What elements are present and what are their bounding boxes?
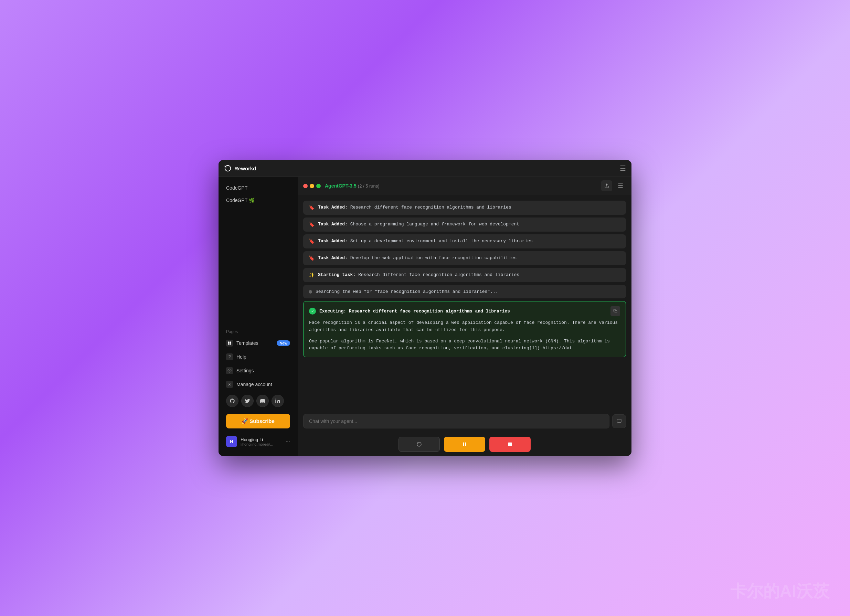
agent-name: AgentGPT-3.5 bbox=[325, 183, 356, 188]
share-button[interactable] bbox=[601, 180, 612, 191]
sidebar: CodeGPT CodeGPT 🌿 Pages Templates bbox=[218, 177, 298, 456]
title-menu-icon[interactable]: ☰ bbox=[620, 164, 626, 172]
settings-label: Settings bbox=[236, 368, 254, 374]
executing-para-2: One popular algorithm is FaceNet, which … bbox=[309, 338, 620, 352]
sidebar-item-settings[interactable]: Settings bbox=[223, 365, 293, 377]
templates-icon bbox=[226, 339, 233, 347]
twitter-icon[interactable] bbox=[241, 395, 254, 407]
sidebar-section-pages: Pages bbox=[223, 327, 293, 335]
svg-point-4 bbox=[229, 370, 230, 371]
copy-button[interactable] bbox=[611, 306, 620, 316]
task-text-3: Task Added: Develop the web application … bbox=[318, 255, 516, 260]
starting-icon: ✨ bbox=[309, 272, 314, 278]
executing-item: ✓ Executing: Research different face rec… bbox=[303, 301, 626, 357]
sidebar-item-help[interactable]: ? Help bbox=[223, 351, 293, 363]
help-label: Help bbox=[236, 354, 246, 360]
user-row[interactable]: H Hongjing Li lihongjing.more@... ··· bbox=[223, 432, 293, 450]
searching-text: Searching the web for "face recognition … bbox=[316, 289, 498, 294]
main-layout: CodeGPT CodeGPT 🌿 Pages Templates bbox=[218, 177, 632, 456]
social-icons-row bbox=[223, 392, 293, 410]
sidebar-item-codegpt1[interactable]: CodeGPT bbox=[223, 182, 293, 193]
tl-red bbox=[303, 184, 308, 188]
action-bar bbox=[298, 432, 632, 456]
header-menu-icon[interactable]: ☰ bbox=[615, 180, 626, 191]
svg-rect-8 bbox=[463, 443, 464, 446]
svg-rect-1 bbox=[230, 342, 231, 343]
manage-account-label: Manage account bbox=[236, 382, 272, 387]
watermark: 卡尔的AI沃茨 bbox=[730, 580, 829, 602]
sidebar-item-codegpt2[interactable]: CodeGPT 🌿 bbox=[223, 195, 293, 206]
search-dot bbox=[309, 290, 312, 293]
traffic-lights bbox=[303, 184, 321, 188]
manage-account-icon bbox=[226, 381, 233, 388]
task-icon-0: 🔖 bbox=[309, 205, 314, 211]
retry-button[interactable] bbox=[398, 437, 440, 452]
templates-label: Templates bbox=[236, 340, 259, 346]
task-text-0: Task Added: Research different face reco… bbox=[318, 205, 511, 210]
linkedin-icon[interactable] bbox=[271, 395, 284, 407]
starting-text: Starting task: Research different face r… bbox=[318, 272, 519, 277]
task-icon-1: 🔖 bbox=[309, 221, 314, 227]
task-icon-2: 🔖 bbox=[309, 238, 314, 244]
sidebar-spacer bbox=[223, 207, 293, 325]
tl-yellow bbox=[310, 184, 314, 188]
main-content: AgentGPT-3.5 (2 / 5 runs) ☰ 🔖 bbox=[298, 177, 632, 456]
settings-icon bbox=[226, 367, 233, 374]
executing-check-icon: ✓ bbox=[309, 308, 316, 314]
task-item-0: 🔖 Task Added: Research different face re… bbox=[303, 200, 626, 215]
user-menu-button[interactable]: ··· bbox=[286, 438, 290, 445]
task-item-2: 🔖 Task Added: Set up a development envir… bbox=[303, 234, 626, 248]
task-text-2: Task Added: Set up a development environ… bbox=[318, 238, 533, 244]
task-icon-3: 🔖 bbox=[309, 255, 314, 261]
executing-body: Face recognition is a crucial aspect of … bbox=[309, 319, 620, 352]
svg-rect-2 bbox=[228, 344, 229, 345]
svg-rect-7 bbox=[615, 311, 617, 313]
agent-header: AgentGPT-3.5 (2 / 5 runs) ☰ bbox=[298, 177, 632, 195]
title-bar: Reworkd ☰ bbox=[218, 160, 632, 177]
agent-runs: (2 / 5 runs) bbox=[358, 184, 380, 188]
svg-point-5 bbox=[229, 383, 230, 384]
task-item-starting: ✨ Starting task: Research different face… bbox=[303, 268, 626, 282]
task-text-1: Task Added: Choose a programming languag… bbox=[318, 221, 519, 227]
svg-rect-3 bbox=[230, 344, 231, 345]
chat-area[interactable]: 🔖 Task Added: Research different face re… bbox=[298, 195, 632, 410]
app-logo: Reworkd bbox=[224, 164, 256, 172]
user-info: Hongjing Li lihongjing.more@... bbox=[241, 437, 282, 446]
chat-input[interactable] bbox=[303, 414, 609, 428]
tl-green bbox=[316, 184, 321, 188]
svg-point-6 bbox=[275, 399, 276, 399]
svg-rect-0 bbox=[228, 342, 229, 343]
executing-para-1: Face recognition is a crucial aspect of … bbox=[309, 319, 620, 334]
sidebar-item-manage-account[interactable]: Manage account bbox=[223, 378, 293, 390]
user-name: Hongjing Li bbox=[241, 437, 282, 442]
avatar: H bbox=[226, 436, 237, 447]
task-item-1: 🔖 Task Added: Choose a programming langu… bbox=[303, 217, 626, 232]
searching-item: Searching the web for "face recognition … bbox=[303, 285, 626, 298]
help-icon: ? bbox=[226, 353, 233, 360]
app-title: Reworkd bbox=[234, 166, 256, 171]
chat-send-button[interactable] bbox=[612, 414, 626, 428]
github-icon[interactable] bbox=[226, 395, 238, 407]
svg-rect-10 bbox=[508, 443, 512, 446]
app-window: Reworkd ☰ CodeGPT CodeGPT 🌿 Pages bbox=[218, 160, 632, 456]
discord-icon[interactable] bbox=[256, 395, 269, 407]
executing-header: ✓ Executing: Research different face rec… bbox=[309, 306, 620, 316]
templates-new-badge: New bbox=[277, 340, 290, 346]
user-email: lihongjing.more@... bbox=[241, 442, 282, 446]
sidebar-item-templates[interactable]: Templates New bbox=[223, 337, 293, 349]
executing-title: Executing: Research different face recog… bbox=[319, 309, 510, 314]
stop-button[interactable] bbox=[489, 437, 531, 452]
task-item-3: 🔖 Task Added: Develop the web applicatio… bbox=[303, 251, 626, 265]
subscribe-button[interactable]: 🚀 Subscribe bbox=[226, 414, 290, 428]
pause-button[interactable] bbox=[444, 437, 485, 452]
svg-rect-9 bbox=[465, 443, 466, 446]
chat-input-area bbox=[298, 410, 632, 432]
